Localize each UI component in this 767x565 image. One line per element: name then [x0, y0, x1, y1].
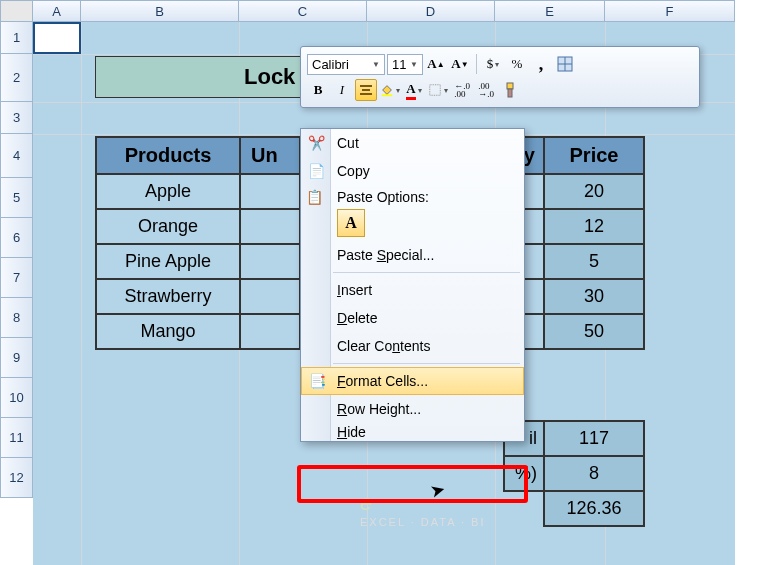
ctx-clear-contents[interactable]: Clear Contents	[301, 332, 524, 360]
grid-icon	[557, 56, 573, 72]
svg-rect-9	[508, 89, 512, 97]
cell-product-3[interactable]: Strawberry	[96, 279, 240, 314]
row-header-9[interactable]: 9	[0, 338, 33, 378]
row-header-3[interactable]: 3	[0, 102, 33, 134]
col-header-A[interactable]: A	[33, 0, 81, 22]
borders-button[interactable]: ▾	[427, 79, 449, 101]
summary-label-11[interactable]: %)	[504, 456, 544, 491]
ctx-hide[interactable]: Hide	[301, 423, 524, 441]
font-size-combo[interactable]: 11▼	[387, 54, 423, 75]
chevron-down-icon: ▾	[396, 86, 400, 95]
col-header-B[interactable]: B	[81, 0, 239, 22]
paint-bucket-icon	[380, 82, 394, 98]
separator	[333, 272, 520, 273]
select-all-corner[interactable]	[0, 0, 33, 22]
header-price[interactable]: Price	[544, 137, 644, 174]
watermark-logo-e: e	[360, 490, 374, 515]
data-table: Products Un Apple Orange Pine Apple Stra…	[95, 136, 301, 350]
summary-val-10[interactable]: 117	[544, 421, 644, 456]
increase-decimal-button[interactable]: ←.0.00	[451, 79, 473, 101]
chevron-down-icon: ▼	[410, 60, 418, 69]
chevron-down-icon: ▾	[418, 86, 422, 95]
chevron-down-icon: ▼	[372, 60, 380, 69]
context-menu: ✂️ Cut 📄 Copy 📋 Paste Options: A Paste S…	[300, 128, 525, 442]
borders-icon	[428, 82, 442, 98]
cell-price-3[interactable]: 30	[544, 279, 644, 314]
row-header-2[interactable]: 2	[0, 54, 33, 102]
cell-price-0[interactable]: 20	[544, 174, 644, 209]
grow-font-button[interactable]: A▲	[425, 53, 447, 75]
cell-c8[interactable]	[240, 279, 300, 314]
font-name-value: Calibri	[312, 57, 349, 72]
chevron-down-icon: ▾	[444, 86, 448, 95]
paste-option-keep-text[interactable]: A	[337, 209, 365, 237]
row-header-7[interactable]: 7	[0, 258, 33, 298]
cell-price-2[interactable]: 5	[544, 244, 644, 279]
row-headers: 1 2 3 4 5 6 7 8 9 10 11 12	[0, 22, 33, 498]
summary-val-11[interactable]: 8	[544, 456, 644, 491]
ctx-format-cells[interactable]: 📑 Format Cells...	[301, 367, 524, 395]
clipboard-icon: 📋	[306, 189, 323, 205]
center-align-button[interactable]	[355, 79, 377, 101]
format-cells-icon: 📑	[307, 371, 327, 391]
row-header-6[interactable]: 6	[0, 218, 33, 258]
percent-format-button[interactable]: %	[506, 53, 528, 75]
italic-button[interactable]: I	[331, 79, 353, 101]
align-center-icon	[358, 82, 374, 98]
format-painter-button[interactable]	[499, 79, 521, 101]
comma-format-button[interactable]: ,	[530, 53, 552, 75]
cell-product-1[interactable]: Orange	[96, 209, 240, 244]
row-header-1[interactable]: 1	[0, 22, 33, 54]
font-size-value: 11	[392, 57, 406, 72]
ctx-row-height[interactable]: Row Height...	[301, 395, 524, 423]
active-cell-A1[interactable]	[33, 22, 81, 54]
row-header-12[interactable]: 12	[0, 458, 33, 498]
column-headers: A B C D E F	[0, 0, 735, 22]
ctx-cut[interactable]: ✂️ Cut	[301, 129, 524, 157]
col-header-F[interactable]: F	[605, 0, 735, 22]
col-header-E[interactable]: E	[495, 0, 605, 22]
header-unit-price-partial[interactable]: Un	[240, 137, 300, 174]
mini-toolbar: Calibri▼ 11▼ A▲ A▼ $▾ % , B I ▾ A▾ ▾ ←.0…	[300, 46, 700, 108]
bold-button[interactable]: B	[307, 79, 329, 101]
row-header-8[interactable]: 8	[0, 298, 33, 338]
cell-c9[interactable]	[240, 314, 300, 349]
col-header-C[interactable]: C	[239, 0, 367, 22]
ctx-insert[interactable]: Insert	[301, 276, 524, 304]
chevron-down-icon: ▾	[495, 60, 499, 69]
cell-c7[interactable]	[240, 244, 300, 279]
row-header-4[interactable]: 4	[0, 134, 33, 178]
cell-product-2[interactable]: Pine Apple	[96, 244, 240, 279]
ctx-paste-options-label: 📋 Paste Options:	[301, 185, 524, 207]
fill-color-button[interactable]: ▾	[379, 79, 401, 101]
row-header-10[interactable]: 10	[0, 378, 33, 418]
ctx-copy[interactable]: 📄 Copy	[301, 157, 524, 185]
cell-product-4[interactable]: Mango	[96, 314, 240, 349]
header-products[interactable]: Products	[96, 137, 240, 174]
ctx-delete[interactable]: Delete	[301, 304, 524, 332]
accounting-format-button[interactable]: $▾	[482, 53, 504, 75]
cell-c5[interactable]	[240, 174, 300, 209]
cell-c6[interactable]	[240, 209, 300, 244]
cell-product-0[interactable]: Apple	[96, 174, 240, 209]
svg-rect-6	[382, 94, 393, 96]
row-header-11[interactable]: 11	[0, 418, 33, 458]
summary-val-12[interactable]: 126.36	[544, 491, 644, 526]
cell-price-1[interactable]: 12	[544, 209, 644, 244]
svg-rect-8	[507, 83, 513, 89]
decrease-decimal-button[interactable]: .00→.0	[475, 79, 497, 101]
col-header-D[interactable]: D	[367, 0, 495, 22]
title-text: Lock	[244, 64, 295, 90]
ctx-paste-special[interactable]: Paste Special...	[301, 241, 524, 269]
row-header-5[interactable]: 5	[0, 178, 33, 218]
watermark: e EXCEL · DATA · BI	[360, 490, 486, 528]
cell-price-4[interactable]: 50	[544, 314, 644, 349]
copy-icon: 📄	[306, 161, 326, 181]
paintbrush-icon	[502, 82, 518, 98]
separator	[333, 363, 520, 364]
svg-rect-7	[430, 85, 441, 96]
format-cells-dialog-icon[interactable]	[554, 53, 576, 75]
font-name-combo[interactable]: Calibri▼	[307, 54, 385, 75]
shrink-font-button[interactable]: A▼	[449, 53, 471, 75]
font-color-button[interactable]: A▾	[403, 79, 425, 101]
